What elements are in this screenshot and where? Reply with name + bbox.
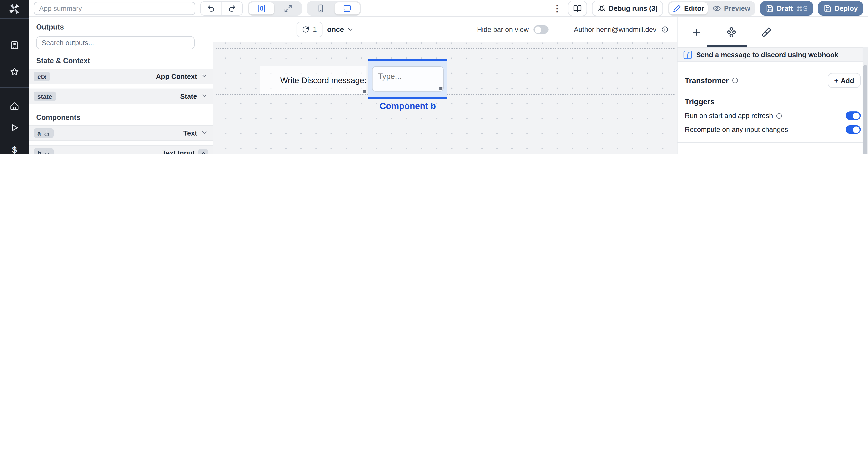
outputs-panel: Outputs State & Context ctx App Context …	[29, 17, 213, 154]
redo-button[interactable]	[221, 2, 242, 15]
bug-icon	[597, 4, 606, 12]
triggers-title: Triggers	[685, 98, 861, 106]
component-a-type: Text	[183, 130, 197, 137]
type-input[interactable]	[378, 72, 438, 81]
component-row-a[interactable]: a Text	[29, 125, 213, 141]
sidebar-item-runs[interactable]	[0, 117, 29, 138]
sidebar-item-home[interactable]	[0, 95, 29, 117]
editor-label: Editor	[684, 5, 704, 12]
windmill-logo-icon[interactable]	[0, 0, 29, 18]
state-context-title: State & Context	[29, 54, 213, 69]
search-outputs-input[interactable]	[36, 36, 195, 50]
redo-icon	[228, 4, 236, 12]
undo-button[interactable]	[201, 2, 221, 15]
save-icon	[765, 4, 774, 12]
tab-settings-active[interactable]	[722, 23, 740, 41]
run-on-start-toggle[interactable]	[846, 111, 861, 120]
chevron-down-icon[interactable]	[201, 129, 208, 138]
settings-tabs	[678, 17, 868, 47]
vertical-scrollbar[interactable]	[863, 47, 868, 154]
tab-insert[interactable]	[687, 23, 705, 41]
recompute-label: Recompute on any input changes	[685, 126, 788, 133]
debug-runs-label: Debug runs (3)	[609, 5, 657, 12]
info-icon[interactable]	[661, 26, 669, 33]
maximize-icon	[284, 4, 292, 12]
text-component-a[interactable]: Write Discord message:	[260, 66, 367, 94]
ctx-badge: ctx	[34, 72, 50, 81]
eye-icon	[712, 4, 721, 12]
recompute-toggle[interactable]	[846, 125, 861, 134]
schedule-dropdown[interactable]: once	[327, 25, 353, 34]
draft-shortcut: ⌘S	[796, 4, 808, 12]
runnable-header: f Send a message to discord using webhoo…	[678, 47, 868, 62]
plus-icon	[691, 27, 702, 37]
add-transformer-button[interactable]: +Add	[828, 73, 861, 88]
sidebar-divider	[0, 87, 29, 88]
component-a-badge: a	[34, 128, 54, 138]
outputs-title: Outputs	[29, 17, 213, 35]
state-badge: state	[34, 92, 56, 101]
trigger-run-on-start-row: Run on start and app refresh	[685, 111, 861, 120]
preview-label: Preview	[724, 5, 750, 12]
docs-button[interactable]	[568, 0, 587, 16]
component-row-b[interactable]: b Text Input	[29, 145, 213, 154]
text-input-b[interactable]	[372, 66, 444, 92]
sidebar-divider	[0, 18, 29, 19]
function-icon: f	[684, 51, 692, 59]
sidebar-item-favorites[interactable]	[0, 61, 29, 82]
resize-handle[interactable]	[439, 87, 442, 90]
pointer-icon	[43, 130, 50, 136]
tab-editor[interactable]: Editor	[669, 2, 708, 14]
draft-label: Draft	[777, 5, 793, 12]
component-b-type: Text Input	[162, 150, 195, 154]
chevron-down-icon	[346, 26, 353, 33]
schedule-value: once	[327, 25, 344, 34]
component-icon	[726, 27, 736, 37]
desktop-view-toggle[interactable]	[335, 2, 360, 14]
output-row-ctx[interactable]: ctx App Context	[29, 69, 213, 84]
center-layout-toggle[interactable]	[249, 2, 274, 14]
home-icon	[10, 101, 19, 111]
save-icon	[823, 4, 832, 12]
book-icon	[573, 4, 582, 12]
chevron-down-icon[interactable]	[201, 92, 208, 101]
components-title: Components	[29, 108, 213, 125]
hide-bar-toggle[interactable]	[533, 25, 549, 34]
refresh-icon	[302, 26, 309, 33]
tab-theme[interactable]	[757, 23, 775, 41]
debug-runs-button[interactable]: Debug runs (3)	[592, 0, 663, 16]
monitor-icon	[343, 4, 351, 12]
textinput-component-b-selected[interactable]	[368, 59, 447, 99]
output-row-state[interactable]: state State	[29, 89, 213, 104]
sidebar-item-workspace[interactable]	[0, 34, 29, 56]
draft-button[interactable]: Draft⌘S	[760, 1, 813, 15]
play-icon	[10, 123, 19, 133]
chevron-up-icon[interactable]	[198, 149, 208, 154]
info-icon[interactable]	[776, 112, 783, 119]
mobile-view-toggle[interactable]	[308, 2, 333, 14]
app-summary-input[interactable]	[34, 2, 195, 15]
resize-handle[interactable]	[363, 90, 366, 93]
fullscreen-layout-toggle[interactable]	[276, 2, 301, 14]
canvas-toolbar: 1 once Hide bar on view Author henri@win…	[213, 17, 677, 42]
app-canvas[interactable]: Write Discord message: Component b − 100…	[213, 42, 677, 154]
chevron-down-icon[interactable]	[201, 72, 208, 81]
top-toolbar: ⋮ Debug runs (3) Editor Preview Draft⌘S …	[29, 0, 868, 17]
editor-preview-segment: Editor Preview	[668, 1, 755, 15]
deploy-button[interactable]: Deploy	[818, 1, 863, 15]
app-sidebar: $	[0, 0, 29, 154]
info-icon[interactable]	[732, 77, 738, 84]
refresh-count-button[interactable]: 1	[297, 22, 322, 37]
pencil-icon	[673, 4, 681, 12]
state-type-label: State	[180, 93, 197, 100]
layout-mode-segment	[248, 1, 302, 15]
component-b-badge: b	[34, 148, 54, 154]
grid-row-divider	[216, 48, 675, 50]
device-mode-segment	[307, 1, 361, 15]
more-menu-button[interactable]: ⋮	[551, 3, 563, 14]
transformer-label: Transformer	[685, 76, 729, 85]
sidebar-item-variables[interactable]: $	[0, 138, 29, 154]
runnable-header-title: Send a message to discord using webhook	[696, 51, 838, 58]
tab-preview[interactable]: Preview	[709, 2, 754, 14]
refresh-count: 1	[313, 25, 317, 34]
